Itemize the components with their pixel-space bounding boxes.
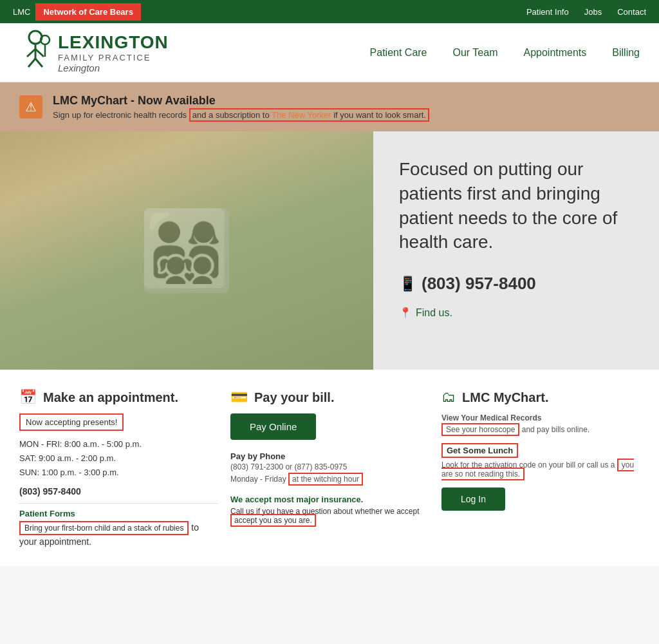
hours-sun: SUN: 1:00 p.m. - 3:00 p.m. <box>19 466 218 480</box>
hero-find-us-text: Find us. <box>416 307 452 319</box>
site-header: LEXINGTON FAMILY PRACTICE Lexington Pati… <box>0 23 659 82</box>
get-lunch-box: Get Some Lunch <box>441 443 518 458</box>
folder-icon: 🗂 <box>441 389 456 406</box>
insurance-title: We accept most major insurance. <box>230 495 429 504</box>
svg-line-4 <box>28 59 35 67</box>
alert-body: Sign up for electronic health records an… <box>53 110 429 120</box>
hero-section: Focused on putting our patients first an… <box>0 131 659 370</box>
pay-phone-number: (803) 791-2300 or (877) 835-0975 <box>230 462 429 471</box>
hero-find-us-link[interactable]: 📍 Find us. <box>399 307 633 319</box>
nav-jobs[interactable]: Jobs <box>584 7 602 17</box>
patient-forms-title: Patient Forms <box>19 509 218 518</box>
cards-section: 📅 Make an appointment. Now accepting pre… <box>0 370 659 566</box>
logo-icon <box>19 30 51 75</box>
records-suffix: and pay bills online. <box>522 425 589 434</box>
hero-tagline: Focused on putting our patients first an… <box>399 157 633 254</box>
network-brand-label: Network of Care Bears <box>35 3 140 21</box>
activation-body: Look for the activation code on your bil… <box>441 460 640 478</box>
map-pin-icon: 📍 <box>399 307 412 319</box>
svg-line-5 <box>35 59 42 67</box>
credit-card-icon: 💳 <box>230 389 248 406</box>
main-nav: Patient Care Our Team Appointments Billi… <box>370 47 640 59</box>
pay-card: 💳 Pay your bill. Pay Online Pay by Phone… <box>230 389 429 547</box>
alert-title: LMC MyChart - Now Available <box>53 94 429 108</box>
svg-point-0 <box>29 31 42 44</box>
pay-hours: Monday - Friday at the witching hour <box>230 473 429 486</box>
pay-hours-prefix: Monday - Friday <box>230 475 286 484</box>
alert-highlight-box: and a subscription to The New Yorker if … <box>189 108 429 122</box>
logo: LEXINGTON FAMILY PRACTICE Lexington <box>19 30 169 75</box>
nav-billing[interactable]: Billing <box>612 47 640 59</box>
appointment-phone: (803) 957-8400 <box>19 486 218 497</box>
logo-sub-name: FAMILY PRACTICE <box>58 53 169 62</box>
hero-phone-number: (803) 957-8400 <box>422 274 536 294</box>
logo-text: LEXINGTON FAMILY PRACTICE Lexington <box>58 32 169 73</box>
forms-link-box: Bring your first-born child and a stack … <box>19 521 189 535</box>
mychart-card-title: LMC MyChart. <box>462 390 548 405</box>
hero-image <box>0 131 373 370</box>
records-subtitle: View Your Medical Records <box>441 413 640 422</box>
pay-card-title: Pay your bill. <box>254 390 334 405</box>
hours-mon-fri: MON - FRI: 8:00 a.m. - 5:00 p.m. <box>19 437 218 451</box>
alert-link-text: The New Yorker <box>272 110 331 120</box>
alert-banner: ⚠ LMC MyChart - Now Available Sign up fo… <box>0 82 659 131</box>
nav-contact[interactable]: Contact <box>617 7 646 17</box>
calendar-icon: 📅 <box>19 389 37 406</box>
log-in-button[interactable]: Log In <box>441 488 505 511</box>
nav-patient-care[interactable]: Patient Care <box>370 47 427 59</box>
horoscope-box: See your horoscope <box>441 423 519 436</box>
appointment-hours: MON - FRI: 8:00 a.m. - 5:00 p.m. SAT: 9:… <box>19 437 218 480</box>
alert-body-suffix2: if you want to look smart. <box>331 110 426 120</box>
hero-content: Focused on putting our patients first an… <box>373 131 659 370</box>
insurance-highlight-box: accept you as you are. <box>230 514 316 527</box>
pay-card-header: 💳 Pay your bill. <box>230 389 429 406</box>
svg-line-3 <box>35 49 44 57</box>
nav-appointments[interactable]: Appointments <box>523 47 586 59</box>
mychart-card-header: 🗂 LMC MyChart. <box>441 389 640 406</box>
site-abbreviation: LMC <box>13 7 30 17</box>
records-body: See your horoscope and pay bills online. <box>441 425 640 434</box>
hours-sat: SAT: 9:00 a.m. - 2:00 p.m. <box>19 451 218 466</box>
alert-body-prefix: Sign up for electronic health records <box>53 110 187 120</box>
pay-online-button[interactable]: Pay Online <box>230 413 316 440</box>
family-photo <box>0 131 373 370</box>
witching-hour-box: at the witching hour <box>288 473 363 486</box>
mychart-card: 🗂 LMC MyChart. View Your Medical Records… <box>441 389 640 547</box>
alert-icon: ⚠ <box>19 95 42 118</box>
now-accepting-box: Now accepting presents! <box>19 413 124 431</box>
alert-body-prefix2: and a subscription to <box>192 110 272 120</box>
phone-icon: 📱 <box>399 276 416 292</box>
alert-content: LMC MyChart - Now Available Sign up for … <box>53 94 429 120</box>
nav-patient-info[interactable]: Patient Info <box>526 7 569 17</box>
top-bar-left: LMC Network of Care Bears <box>13 3 141 21</box>
top-bar-nav: Patient Info Jobs Contact <box>526 7 646 17</box>
svg-line-2 <box>27 49 35 57</box>
appointment-card-title: Make an appointment. <box>43 390 178 405</box>
logo-city: Lexington <box>58 62 169 73</box>
get-lunch-container: Get Some Lunch <box>441 443 640 460</box>
pay-phone-title: Pay by Phone <box>230 451 429 461</box>
nav-our-team[interactable]: Our Team <box>453 47 498 59</box>
appointment-card-header: 📅 Make an appointment. <box>19 389 218 406</box>
patient-forms-body: Bring your first-born child and a stack … <box>19 521 218 547</box>
insurance-body: Call us if you have a question about whe… <box>230 507 429 525</box>
logo-brand-name: LEXINGTON <box>58 32 169 53</box>
appointment-card: 📅 Make an appointment. Now accepting pre… <box>19 389 218 547</box>
hero-phone: 📱 (803) 957-8400 <box>399 274 633 294</box>
top-bar: LMC Network of Care Bears Patient Info J… <box>0 0 659 23</box>
